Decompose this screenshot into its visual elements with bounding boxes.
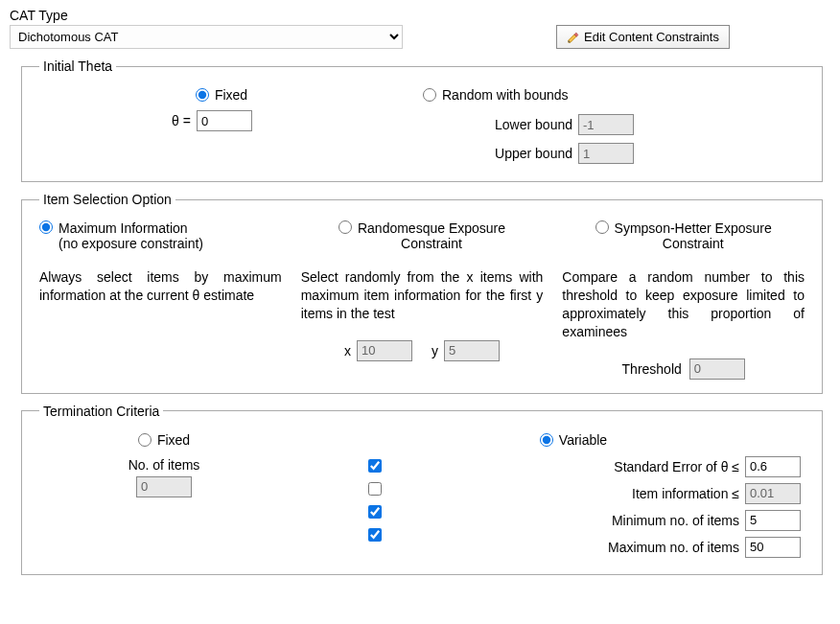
iso-threshold-label: Threshold [622,361,682,377]
iso-y-input [444,340,500,361]
tc-noi-label: No. of items [128,457,200,473]
edit-content-constraints-button[interactable]: Edit Content Constraints [556,25,730,49]
initial-theta-fixed-radio[interactable] [196,88,209,102]
termination-criteria-group: Termination Criteria Fixed No. of items … [21,404,823,575]
initial-theta-legend: Initial Theta [39,58,116,74]
iso-threshold-input [689,358,745,380]
item-selection-group: Item Selection Option Maximum Informatio… [21,192,823,394]
lower-bound-input [578,114,634,135]
tc-noi-input [136,476,192,497]
iso-randomesque-label: Randomesque Exposure Constraint [358,220,505,251]
tc-min-label: Minimum no. of items [612,513,739,528]
tc-se-label: Standard Error of θ ≤ [614,459,739,474]
tc-max-input[interactable] [745,537,801,558]
iso-randomesque-desc: Select randomly from the x items with ma… [301,268,544,323]
iso-maxinfo-label: Maximum Information (no exposure constra… [58,220,203,251]
iso-x-label: x [344,343,351,358]
iso-y-label: y [432,343,438,358]
iso-maxinfo-desc: Always select items by maximum informati… [39,268,282,305]
tc-variable-radio[interactable] [540,433,553,447]
tc-variable-label: Variable [559,432,607,448]
tc-se-input[interactable] [745,456,801,477]
tc-ii-label: Item information ≤ [632,486,739,501]
cat-type-label: CAT Type [10,8,412,23]
tc-ii-input [745,483,801,504]
lower-bound-label: Lower bound [486,117,572,132]
iso-sympson-desc: Compare a random number to this threshol… [562,268,805,341]
tc-max-checkbox[interactable] [368,528,382,542]
initial-theta-random-label: Random with bounds [442,87,569,103]
tc-min-input[interactable] [745,510,801,531]
tc-ii-checkbox[interactable] [368,482,382,496]
iso-randomesque-radio[interactable] [338,220,352,234]
cat-type-select[interactable]: Dichotomous CAT [10,25,403,49]
pencil-icon [567,31,580,44]
iso-x-input [357,340,412,361]
iso-sympson-radio[interactable] [595,220,609,234]
tc-max-label: Maximum no. of items [608,540,739,555]
termination-criteria-legend: Termination Criteria [39,404,163,419]
initial-theta-random-radio[interactable] [423,88,436,102]
tc-fixed-label: Fixed [157,432,190,448]
initial-theta-fixed-label: Fixed [215,87,247,103]
iso-sympson-label: Sympson-Hetter Exposure Constraint [615,220,772,251]
upper-bound-input [578,143,634,164]
item-selection-legend: Item Selection Option [39,192,175,207]
initial-theta-group: Initial Theta Fixed θ = Random with boun… [21,58,823,182]
tc-min-checkbox[interactable] [368,505,382,519]
iso-maxinfo-radio[interactable] [39,220,53,234]
tc-se-checkbox[interactable] [368,459,382,473]
theta-value-input[interactable] [197,110,252,131]
upper-bound-label: Upper bound [486,146,572,161]
tc-fixed-radio[interactable] [138,433,152,447]
theta-equals-label: θ = [172,113,191,128]
